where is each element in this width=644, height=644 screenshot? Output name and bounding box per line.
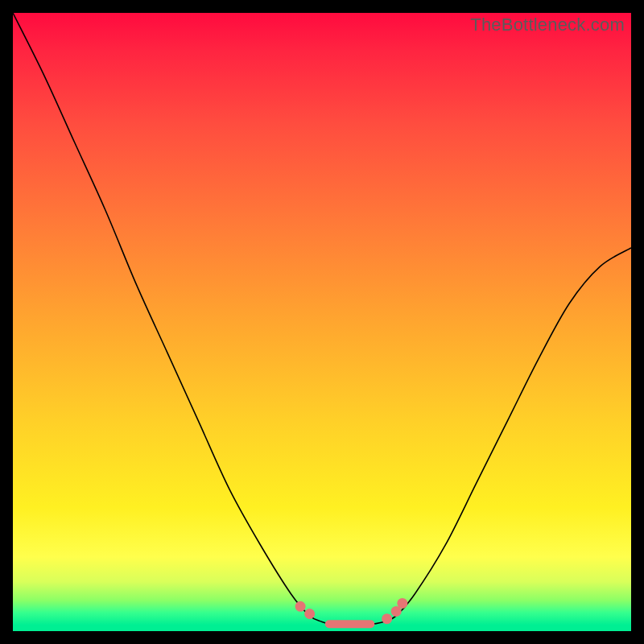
- highlight-markers: [295, 598, 408, 628]
- chart-plot-area: TheBottleneck.com: [13, 13, 631, 631]
- marker-dot: [295, 601, 306, 612]
- marker-dot: [304, 609, 315, 619]
- marker-dot: [382, 613, 392, 624]
- marker-bar: [325, 620, 374, 628]
- bottleneck-curve: [13, 13, 631, 625]
- marker-dot: [397, 598, 407, 609]
- chart-svg: [13, 13, 631, 631]
